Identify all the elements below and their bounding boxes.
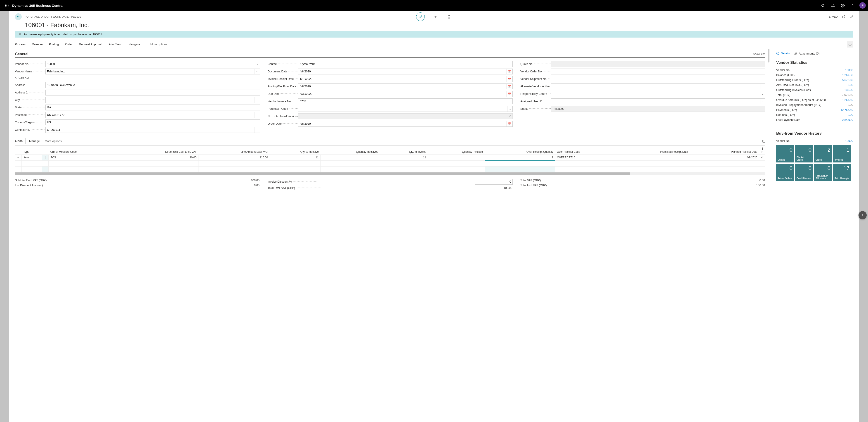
help-icon[interactable] xyxy=(848,0,857,11)
table-row[interactable] xyxy=(15,161,765,166)
row-menu-icon[interactable]: ⋮ xyxy=(42,154,49,161)
history-tile[interactable]: 1Invoices xyxy=(833,145,851,163)
country-input[interactable]: ⌄ xyxy=(45,119,260,125)
cell-pld[interactable]: 4/9/2020 xyxy=(690,154,759,161)
collapse-icon[interactable] xyxy=(850,15,853,18)
order-date-input[interactable]: 📅 xyxy=(298,121,513,127)
lines-manage[interactable]: Manage xyxy=(29,139,40,143)
vendor-name-input[interactable]: ⋯ xyxy=(45,68,260,75)
cell-qtr[interactable]: 11 xyxy=(270,154,320,161)
delete-button[interactable] xyxy=(447,15,452,19)
next-record-button[interactable] xyxy=(859,211,867,219)
posting-date-input[interactable]: 📅 xyxy=(298,84,513,89)
edit-button[interactable] xyxy=(416,12,425,21)
app-launcher-icon[interactable] xyxy=(2,4,11,7)
col-qti[interactable]: Qty. to Invoice xyxy=(380,145,428,154)
action-print-send[interactable]: Print/Send xyxy=(108,43,122,46)
contact-input[interactable]: ⋯ xyxy=(298,61,513,67)
postcode-input[interactable]: ⋯ xyxy=(45,112,260,118)
new-button[interactable] xyxy=(434,15,438,19)
cell-prd[interactable] xyxy=(617,154,690,161)
inv-rcpt-date-input[interactable]: 📅 xyxy=(298,76,513,82)
cell-uom[interactable]: PCS xyxy=(49,154,118,161)
history-tile[interactable]: 0Pstd. Return Shipments xyxy=(814,164,832,181)
cell-la[interactable]: 110.00 xyxy=(198,154,270,161)
lines-more[interactable]: More options xyxy=(45,139,62,143)
show-less-link[interactable]: Show less xyxy=(753,53,765,56)
banner-expand-icon[interactable]: ⌄ xyxy=(847,33,850,36)
stat-vendno-value[interactable]: 10000 xyxy=(845,68,853,72)
avatar[interactable]: F xyxy=(860,2,866,8)
stat-outinv-value[interactable]: 139.00 xyxy=(844,88,853,92)
cell-type[interactable]: Item xyxy=(22,154,42,161)
history-tile[interactable]: 17Pstd. Receipts xyxy=(833,164,851,181)
stat-refunds-value[interactable]: 0.00 xyxy=(848,113,853,116)
vend-ship-input[interactable] xyxy=(551,76,765,82)
action-request-approval[interactable]: Request Approval xyxy=(79,43,102,46)
action-navigate[interactable]: Navigate xyxy=(129,43,140,46)
stat-outorders-value[interactable]: 5,672.60 xyxy=(842,79,853,82)
col-prd[interactable]: Promised Receipt Date xyxy=(617,145,690,154)
cell-orc[interactable]: OVERRCPT10 xyxy=(555,154,617,161)
stat-amtrcd-value[interactable]: 0.00 xyxy=(848,84,853,87)
back-button[interactable] xyxy=(15,13,22,20)
table-row[interactable]: → Item ⋮ PCS 10.00 110.00 11 11 1 OVERRC… xyxy=(15,154,765,161)
history-tile[interactable]: 0Blanket Orders xyxy=(795,145,813,163)
history-tile[interactable]: 0Quotes xyxy=(776,145,794,163)
vendor-inv-no-input[interactable] xyxy=(298,99,513,104)
history-tile[interactable]: 2Orders xyxy=(814,145,832,163)
action-posting[interactable]: Posting xyxy=(49,43,59,46)
lines-tab[interactable]: Lines xyxy=(15,138,26,144)
details-tab[interactable]: Details xyxy=(776,52,790,56)
action-more[interactable]: More options xyxy=(150,43,167,46)
cell-qi[interactable] xyxy=(428,154,485,161)
info-icon[interactable]: ⓘ xyxy=(847,41,853,48)
cell-duc[interactable]: 10.00 xyxy=(118,154,198,161)
vendor-no-input[interactable]: ⌄ xyxy=(45,61,260,67)
cell-qr[interactable] xyxy=(320,154,380,161)
address2-input[interactable] xyxy=(45,90,260,95)
col-orc[interactable]: Over-Receipt Code xyxy=(555,145,617,154)
inv-disc-pct-input[interactable] xyxy=(475,179,513,185)
table-row[interactable] xyxy=(15,166,765,172)
contact-no-input[interactable]: ⋯ xyxy=(45,127,260,133)
col-la[interactable]: Line Amount Excl. VAT xyxy=(198,145,270,154)
history-tile[interactable]: 0Credit Memos xyxy=(795,164,813,181)
col-duc[interactable]: Direct Unit Cost Excl. VAT xyxy=(118,145,198,154)
action-release[interactable]: Release xyxy=(32,43,43,46)
assigned-user-input[interactable]: ⌄ xyxy=(551,99,765,104)
stat-lastpay-value[interactable]: 2/8/2020 xyxy=(842,118,853,121)
city-input[interactable]: ⋯ xyxy=(45,97,260,103)
resp-ctr-input[interactable]: ⌄ xyxy=(551,91,765,97)
bell-icon[interactable] xyxy=(828,0,837,11)
lines-grid[interactable]: Type Unit of Measure Code Direct Unit Co… xyxy=(15,145,765,175)
col-orq[interactable]: Over-Receipt Quantity xyxy=(485,145,555,154)
vend-order-input[interactable] xyxy=(551,68,765,75)
col-type[interactable]: Type xyxy=(22,145,42,154)
stat-overdue-value[interactable]: 1,267.50 xyxy=(842,99,853,102)
due-date-input[interactable]: 📅 xyxy=(298,91,513,97)
scrollbar[interactable] xyxy=(768,49,770,62)
lines-expand-icon[interactable] xyxy=(762,140,765,143)
col-er[interactable]: E R xyxy=(759,145,765,154)
address-input[interactable] xyxy=(45,82,260,88)
search-icon[interactable] xyxy=(818,0,827,11)
cell-qti[interactable]: 11 xyxy=(380,154,428,161)
action-process[interactable]: Process xyxy=(15,43,26,46)
stat-payments-value[interactable]: 12,765.50 xyxy=(840,108,853,112)
banner-close-icon[interactable]: ✕ xyxy=(19,33,21,36)
col-pld[interactable]: Planned Receipt Date xyxy=(690,145,759,154)
hist-vendno-value[interactable]: 10000 xyxy=(845,139,853,143)
history-tile[interactable]: 0Return Orders xyxy=(776,164,794,181)
cell-er[interactable]: 4/ xyxy=(759,154,765,161)
horizontal-scrollbar[interactable] xyxy=(15,172,765,175)
doc-date-input[interactable]: 📅 xyxy=(298,68,513,75)
state-input[interactable] xyxy=(45,105,260,110)
col-uom[interactable]: Unit of Measure Code xyxy=(49,145,118,154)
col-qr[interactable]: Quantity Received xyxy=(320,145,380,154)
gear-icon[interactable] xyxy=(838,0,847,11)
purchaser-code-input[interactable]: ⌄ xyxy=(298,106,513,112)
action-order[interactable]: Order xyxy=(65,43,72,46)
popout-icon[interactable] xyxy=(842,15,845,18)
row-arrow-icon[interactable]: → xyxy=(15,154,22,161)
